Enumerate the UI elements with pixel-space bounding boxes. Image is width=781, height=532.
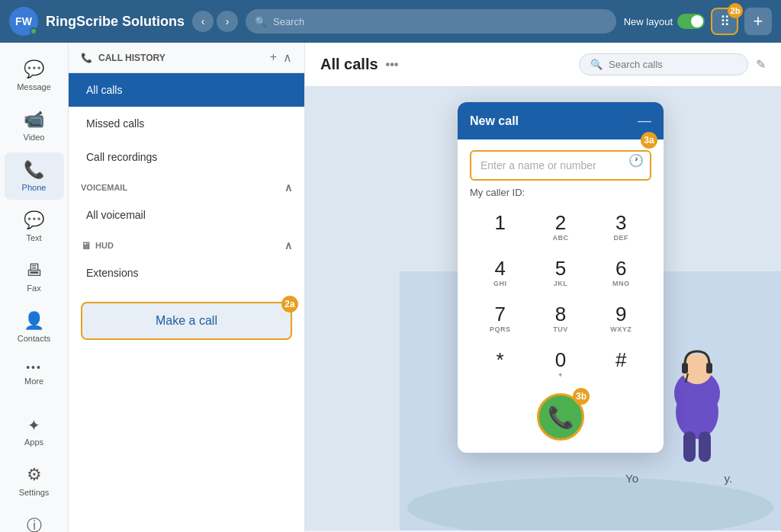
clock-icon: 🕐 [628, 153, 644, 168]
content-title: All calls ••• [320, 56, 398, 73]
message-icon: 💬 [24, 59, 44, 79]
video-icon: 📹 [24, 110, 44, 130]
sidebar-item-settings[interactable]: ⚙ Settings [5, 457, 64, 505]
avatar: FW [9, 7, 38, 36]
content-header: All calls ••• 🔍 ✎ [305, 43, 781, 87]
add-button[interactable]: + [744, 8, 772, 35]
nav-extensions[interactable]: Extensions [69, 256, 304, 290]
collapse-icon[interactable]: ∧ [283, 50, 292, 65]
modal-close-button[interactable]: — [638, 113, 651, 129]
topbar-right: New layout ⠿ 2b + [624, 8, 772, 35]
make-call-badge: 2a [281, 296, 298, 312]
forward-button[interactable]: › [217, 11, 238, 32]
dialpad-key-6[interactable]: 6 MNO [596, 253, 645, 293]
modal-header: New call — [458, 102, 664, 139]
svg-point-9 [676, 386, 718, 439]
svg-rect-10 [683, 431, 696, 462]
badge-3b: 3b [573, 388, 590, 405]
settings-icon: ⚙ [27, 465, 42, 485]
phone-small-icon: 📞 [81, 53, 92, 63]
sidebar-item-text[interactable]: 💬 Text [5, 203, 64, 250]
global-search[interactable]: 🔍 [246, 9, 616, 34]
sidebar-item-message[interactable]: 💬 Message [5, 52, 64, 99]
resource-center-icon: ⓘ [27, 515, 42, 532]
call-input[interactable] [470, 150, 651, 181]
search-icon: 🔍 [255, 16, 267, 27]
topbar-nav: ‹ › [192, 11, 238, 32]
layout-toggle-switch[interactable] [677, 14, 705, 29]
svg-rect-7 [706, 363, 712, 373]
voicemail-nav: All voicemail [69, 198, 304, 232]
sidebar-item-fax[interactable]: 🖶 Fax [5, 253, 64, 300]
nav-call-recordings[interactable]: Call recordings [69, 140, 304, 174]
sidebar-item-phone[interactable]: 📞 Phone [5, 152, 64, 200]
sidebar-item-video[interactable]: 📹 Video [5, 102, 64, 149]
search-input[interactable] [273, 16, 607, 27]
toggle-knob [691, 15, 703, 27]
status-dot [30, 27, 37, 35]
call-panel: 📞 CALL HISTORY + ∧ All calls Missed call… [69, 43, 305, 532]
hud-nav: Extensions [69, 256, 304, 290]
sidebar-item-resource-center[interactable]: ⓘ Resource Center [5, 508, 64, 532]
empty-state-text: Yo y. [625, 472, 732, 485]
main-layout: 💬 Message 📹 Video 📞 Phone 💬 Text 🖶 Fax 👤… [0, 43, 781, 532]
dialpad-key-7[interactable]: 7 PQRS [476, 299, 525, 338]
call-button[interactable]: 📞 3b [537, 393, 584, 441]
nav-all-voicemail[interactable]: All voicemail [69, 198, 304, 232]
nav-all-calls[interactable]: All calls [69, 73, 304, 107]
dialpad-key-1[interactable]: 1 [476, 207, 525, 247]
hud-chevron-icon[interactable]: ∧ [284, 239, 292, 252]
hud-section-header: 🖥 HUD ∧ [69, 232, 304, 256]
call-panel-header: 📞 CALL HISTORY + ∧ [69, 43, 304, 73]
fax-icon: 🖶 [26, 261, 43, 280]
search-calls-icon: 🔍 [590, 59, 603, 70]
app-title: RingScribe Solutions [46, 14, 185, 30]
sidebar-item-contacts[interactable]: 👤 Contacts [5, 303, 64, 351]
svg-rect-11 [699, 431, 711, 462]
dialpad-row-2: 4 GHI 5 JKL 6 MNO [470, 253, 651, 293]
grid-icon-button[interactable]: ⠿ 2b [711, 8, 738, 35]
badge-3a: 3a [641, 132, 657, 149]
more-icon: ••• [26, 361, 42, 373]
call-panel-header-right: + ∧ [270, 50, 292, 65]
text-icon: 💬 [24, 210, 44, 230]
dialpad-key-5[interactable]: 5 JKL [536, 253, 585, 293]
dialpad-call-row: 📞 3b [470, 393, 651, 441]
dialpad-key-3[interactable]: 3 DEF [596, 207, 645, 247]
back-button[interactable]: ‹ [192, 11, 214, 32]
call-panel-header-left: 📞 CALL HISTORY [81, 53, 166, 63]
dialpad-row-3: 7 PQRS 8 TUV 9 WXYZ [470, 299, 651, 338]
modal-input-wrap: 🕐 3a [458, 139, 664, 181]
search-calls-input[interactable] [609, 59, 737, 70]
modal-title: New call [470, 114, 519, 128]
dialpad-row-1: 1 2 ABC 3 DEF [470, 207, 651, 247]
svg-rect-6 [682, 363, 688, 373]
dialpad: 1 2 ABC 3 DEF [458, 201, 664, 453]
dialpad-key-0[interactable]: 0 + [536, 345, 585, 384]
content-more-icon[interactable]: ••• [386, 58, 399, 72]
dialpad-key-hash[interactable]: # [596, 345, 645, 384]
dialpad-key-9[interactable]: 9 WXYZ [596, 299, 645, 338]
add-call-icon[interactable]: + [270, 50, 277, 65]
content-body: Yo y. New call — 🕐 3a My caller ID: [305, 87, 781, 530]
sidebar-item-more[interactable]: ••• More [5, 354, 64, 393]
voicemail-chevron-icon[interactable]: ∧ [284, 181, 292, 194]
grid-badge: 2b [728, 3, 743, 18]
new-call-modal: New call — 🕐 3a My caller ID: 1 [458, 102, 664, 453]
voicemail-section-header: VOICEMAIL ∧ [69, 174, 304, 198]
icon-nav: 💬 Message 📹 Video 📞 Phone 💬 Text 🖶 Fax 👤… [0, 43, 69, 532]
make-call-button[interactable]: Make a call 2a [81, 302, 292, 340]
dialpad-key-2[interactable]: 2 ABC [536, 207, 585, 247]
dialpad-key-4[interactable]: 4 GHI [476, 253, 525, 293]
contacts-icon: 👤 [24, 311, 44, 331]
search-calls[interactable]: 🔍 [579, 53, 748, 75]
dialpad-key-star[interactable]: * [476, 345, 525, 384]
sidebar-item-apps[interactable]: ✦ Apps [5, 409, 64, 454]
dialpad-row-4: * 0 + # [470, 345, 651, 384]
edit-icon[interactable]: ✎ [756, 57, 766, 72]
nav-missed-calls[interactable]: Missed calls [69, 107, 304, 140]
apps-icon: ✦ [27, 416, 40, 434]
caller-id-label: My caller ID: [458, 181, 664, 201]
content-area: All calls ••• 🔍 ✎ [305, 43, 781, 532]
dialpad-key-8[interactable]: 8 TUV [536, 299, 585, 338]
